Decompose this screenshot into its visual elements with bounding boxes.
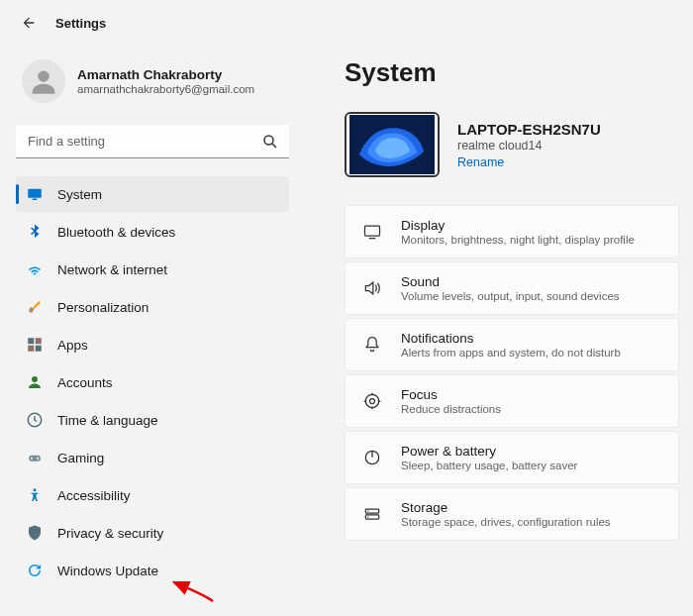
sidebar-item-windows-update[interactable]: Windows Update: [16, 553, 289, 588]
device-summary: LAPTOP-ESH2SN7U realme cloud14 Rename: [345, 112, 679, 177]
display-icon: [361, 221, 383, 243]
update-icon: [26, 562, 44, 579]
storage-icon: [361, 503, 383, 525]
user-email: amarnathchakraborty6@gmail.com: [77, 83, 254, 95]
svg-point-25: [367, 516, 368, 517]
svg-rect-16: [365, 226, 380, 236]
svg-point-14: [34, 488, 37, 491]
svg-point-9: [32, 376, 38, 382]
setting-sound[interactable]: Sound Volume levels, output, input, soun…: [345, 261, 679, 315]
app-title: Settings: [55, 16, 106, 31]
setting-label: Sound: [401, 274, 620, 289]
setting-display[interactable]: Display Monitors, brightness, night ligh…: [345, 205, 679, 258]
setting-label: Focus: [401, 387, 501, 402]
sidebar-item-label: Bluetooth & devices: [57, 225, 175, 240]
sidebar-item-apps[interactable]: Apps: [16, 327, 289, 362]
setting-desc: Volume levels, output, input, sound devi…: [401, 290, 620, 302]
accessibility-icon: [26, 486, 44, 504]
shield-icon: [26, 524, 44, 542]
setting-desc: Alerts from apps and system, do not dist…: [401, 347, 621, 359]
sidebar-item-network[interactable]: Network & internet: [16, 252, 289, 287]
svg-rect-5: [28, 338, 34, 344]
page-title: System: [345, 57, 679, 88]
svg-point-12: [31, 458, 33, 460]
sidebar-item-label: Network & internet: [57, 262, 167, 277]
setting-label: Notifications: [401, 331, 621, 346]
device-model: realme cloud14: [457, 139, 601, 153]
svg-rect-4: [33, 199, 38, 201]
sidebar-item-label: Time & language: [57, 413, 158, 428]
sidebar-item-label: Privacy & security: [57, 526, 163, 541]
clock-icon: [26, 411, 44, 429]
bell-icon: [361, 334, 383, 356]
svg-point-13: [37, 458, 39, 460]
setting-desc: Storage space, drives, configuration rul…: [401, 516, 611, 528]
sidebar-item-time-language[interactable]: Time & language: [16, 402, 289, 438]
sidebar-item-accounts[interactable]: Accounts: [16, 364, 289, 400]
sidebar-item-gaming[interactable]: Gaming: [16, 440, 289, 475]
sidebar-item-label: Apps: [57, 338, 88, 353]
sidebar-item-personalization[interactable]: Personalization: [16, 289, 289, 325]
svg-rect-8: [36, 346, 42, 352]
wifi-icon: [26, 260, 44, 278]
device-name: LAPTOP-ESH2SN7U: [457, 121, 601, 138]
svg-rect-7: [28, 346, 34, 352]
power-icon: [361, 447, 383, 468]
sidebar-item-label: System: [57, 187, 102, 202]
svg-point-19: [370, 399, 375, 404]
setting-desc: Monitors, brightness, night light, displ…: [401, 234, 635, 246]
svg-rect-11: [29, 456, 41, 462]
sidebar-item-system[interactable]: System: [16, 176, 289, 212]
paintbrush-icon: [26, 298, 44, 316]
sound-icon: [361, 277, 383, 299]
setting-power[interactable]: Power & battery Sleep, battery usage, ba…: [345, 431, 679, 484]
search-input[interactable]: [16, 125, 289, 158]
sidebar-item-accessibility[interactable]: Accessibility: [16, 477, 289, 513]
user-account-block[interactable]: Amarnath Chakraborty amarnathchakraborty…: [16, 42, 289, 125]
setting-label: Display: [401, 218, 635, 233]
sidebar-item-label: Accounts: [57, 375, 113, 390]
sidebar-item-label: Gaming: [57, 451, 104, 465]
setting-label: Power & battery: [401, 444, 577, 459]
avatar: [22, 59, 65, 103]
svg-rect-6: [36, 338, 42, 344]
apps-icon: [26, 336, 44, 354]
back-button[interactable]: [20, 14, 38, 32]
bluetooth-icon: [26, 223, 44, 241]
svg-point-18: [365, 394, 378, 407]
svg-point-0: [38, 70, 49, 81]
setting-label: Storage: [401, 500, 611, 515]
person-icon: [26, 373, 44, 391]
rename-link[interactable]: Rename: [457, 155, 601, 169]
setting-desc: Reduce distractions: [401, 403, 501, 415]
sidebar-item-label: Windows Update: [57, 564, 158, 578]
svg-rect-3: [28, 189, 42, 198]
setting-storage[interactable]: Storage Storage space, drives, configura…: [345, 487, 679, 541]
svg-point-24: [367, 510, 368, 511]
focus-icon: [361, 390, 383, 412]
sidebar-item-privacy[interactable]: Privacy & security: [16, 515, 289, 551]
back-arrow-icon: [21, 15, 37, 31]
sidebar-item-label: Personalization: [57, 300, 148, 315]
user-name: Amarnath Chakraborty: [77, 67, 254, 82]
system-icon: [26, 185, 44, 203]
setting-focus[interactable]: Focus Reduce distractions: [345, 374, 679, 428]
setting-notifications[interactable]: Notifications Alerts from apps and syste…: [345, 318, 679, 371]
setting-desc: Sleep, battery usage, battery saver: [401, 460, 577, 471]
device-wallpaper-thumbnail: [345, 112, 440, 177]
gamepad-icon: [26, 449, 44, 466]
sidebar-item-bluetooth[interactable]: Bluetooth & devices: [16, 214, 289, 250]
sidebar-item-label: Accessibility: [57, 488, 131, 503]
